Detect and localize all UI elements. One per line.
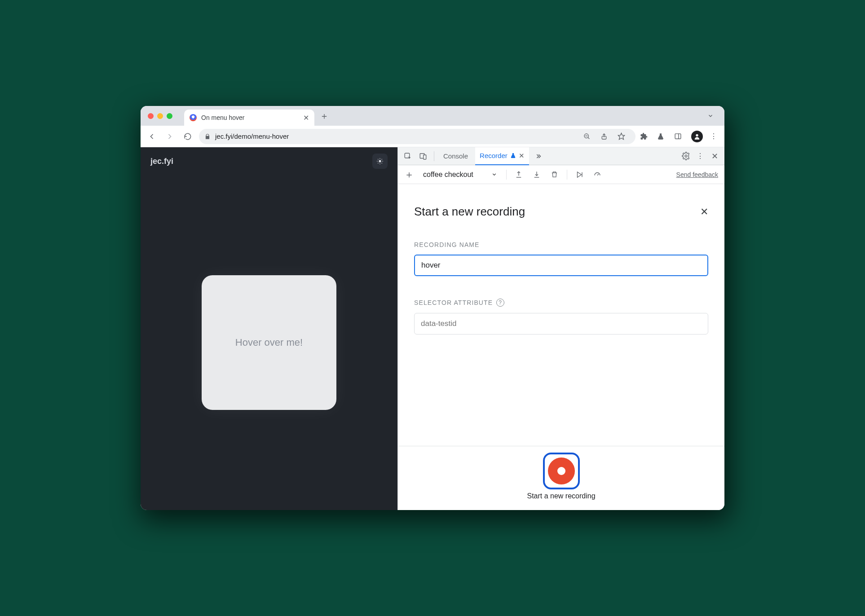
selector-attribute-label: SELECTOR ATTRIBUTE ? bbox=[414, 299, 708, 307]
recorder-toolbar: ＋ coffee checkout bbox=[398, 165, 724, 184]
svg-line-13 bbox=[378, 159, 378, 159]
url-toolbar: jec.fyi/demo/menu-hover bbox=[141, 126, 724, 147]
theme-toggle-button[interactable] bbox=[372, 154, 388, 169]
svg-marker-4 bbox=[618, 133, 624, 139]
tab-console[interactable]: Console bbox=[439, 147, 472, 165]
share-icon[interactable] bbox=[600, 133, 613, 140]
side-panel-icon[interactable] bbox=[674, 132, 687, 140]
address-bar[interactable]: jec.fyi/demo/menu-hover bbox=[199, 129, 636, 144]
svg-point-8 bbox=[379, 160, 381, 162]
svg-line-25 bbox=[597, 174, 599, 175]
tab-title: On menu hover bbox=[201, 114, 245, 121]
content-area: jec.fyi Hover over me! bbox=[141, 147, 724, 510]
tab-console-label: Console bbox=[443, 152, 468, 160]
recording-dropdown[interactable]: coffee checkout bbox=[420, 170, 500, 180]
window-controls bbox=[148, 113, 172, 119]
close-window-icon[interactable] bbox=[148, 113, 154, 119]
lock-icon bbox=[204, 133, 211, 140]
browser-menu-icon[interactable]: ⋮ bbox=[707, 132, 720, 141]
tab-recorder-close-icon[interactable]: ✕ bbox=[519, 152, 525, 160]
help-icon[interactable]: ? bbox=[496, 299, 504, 307]
titlebar: On menu hover ✕ ＋ bbox=[141, 106, 724, 126]
demo-page: jec.fyi Hover over me! bbox=[141, 147, 397, 510]
panel-footer: Start a new recording bbox=[398, 446, 724, 510]
svg-line-16 bbox=[382, 159, 382, 159]
device-toolbar-icon[interactable] bbox=[417, 150, 429, 163]
settings-icon[interactable] bbox=[680, 150, 692, 163]
tab-recorder-label: Recorder bbox=[480, 152, 508, 159]
star-icon[interactable] bbox=[618, 132, 630, 140]
recording-name-input[interactable] bbox=[414, 255, 708, 276]
svg-line-14 bbox=[382, 163, 382, 163]
panel-title: Start a new recording bbox=[414, 205, 525, 219]
svg-line-15 bbox=[378, 163, 378, 163]
forward-button[interactable] bbox=[163, 130, 177, 143]
url-text: jec.fyi/demo/menu-hover bbox=[215, 132, 289, 140]
back-button[interactable] bbox=[145, 130, 159, 143]
favicon-icon bbox=[190, 114, 197, 121]
new-recording-icon[interactable]: ＋ bbox=[404, 168, 414, 181]
zoom-out-icon[interactable] bbox=[583, 133, 596, 140]
profile-avatar[interactable] bbox=[691, 131, 703, 142]
flask-icon bbox=[510, 153, 516, 158]
hover-card[interactable]: Hover over me! bbox=[202, 275, 336, 410]
svg-point-20 bbox=[685, 155, 687, 157]
svg-rect-19 bbox=[424, 155, 426, 159]
speed-icon[interactable] bbox=[591, 169, 603, 180]
devtools-tabstrip: Console Recorder ✕ bbox=[398, 147, 724, 165]
minimize-window-icon[interactable] bbox=[157, 113, 163, 119]
browser-tab[interactable]: On menu hover ✕ bbox=[184, 110, 314, 126]
new-tab-button[interactable]: ＋ bbox=[318, 110, 331, 122]
browser-window: On menu hover ✕ ＋ je bbox=[141, 106, 724, 510]
tab-close-icon[interactable]: ✕ bbox=[303, 114, 309, 122]
export-icon[interactable] bbox=[513, 169, 525, 180]
play-icon[interactable] bbox=[574, 169, 585, 180]
tab-recorder[interactable]: Recorder ✕ bbox=[475, 147, 529, 165]
svg-line-2 bbox=[588, 137, 589, 139]
panel-close-icon[interactable]: ✕ bbox=[700, 206, 708, 218]
tabs-more-icon[interactable] bbox=[532, 150, 544, 163]
labs-icon[interactable] bbox=[657, 133, 670, 140]
start-recording-label: Start a new recording bbox=[527, 492, 595, 500]
record-icon bbox=[548, 458, 575, 484]
svg-rect-5 bbox=[675, 134, 681, 139]
send-feedback-link[interactable]: Send feedback bbox=[676, 171, 718, 178]
hover-card-text: Hover over me! bbox=[235, 337, 303, 348]
chevron-down-icon bbox=[491, 172, 497, 177]
devtools-close-icon[interactable]: ✕ bbox=[708, 150, 721, 163]
maximize-window-icon[interactable] bbox=[167, 113, 172, 119]
devtools-menu-icon[interactable]: ⋮ bbox=[694, 150, 706, 163]
selector-attribute-input[interactable] bbox=[414, 313, 708, 334]
svg-marker-23 bbox=[577, 172, 581, 177]
delete-icon[interactable] bbox=[549, 169, 560, 180]
tabs-overflow-icon[interactable] bbox=[707, 113, 720, 119]
import-icon[interactable] bbox=[531, 169, 543, 180]
new-recording-panel: Start a new recording ✕ RECORDING NAME S… bbox=[398, 184, 724, 343]
extensions-icon[interactable] bbox=[640, 132, 653, 141]
svg-point-7 bbox=[696, 134, 698, 136]
recording-dropdown-label: coffee checkout bbox=[423, 171, 473, 179]
inspect-element-icon[interactable] bbox=[402, 150, 414, 163]
site-title: jec.fyi bbox=[150, 157, 173, 166]
reload-button[interactable] bbox=[181, 130, 194, 143]
devtools-panel: Console Recorder ✕ bbox=[397, 147, 724, 510]
recording-name-label: RECORDING NAME bbox=[414, 241, 708, 248]
start-recording-button[interactable] bbox=[543, 453, 580, 489]
